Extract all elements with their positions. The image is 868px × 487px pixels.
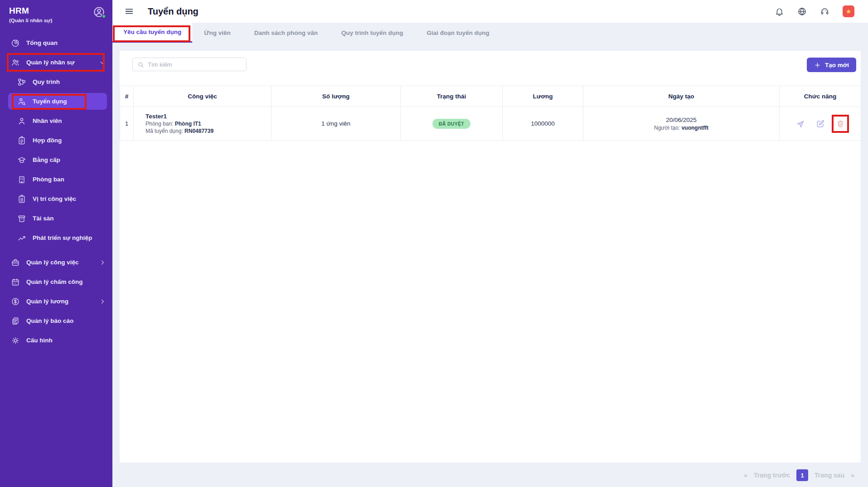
create-button[interactable]: Tạo mới: [807, 58, 856, 72]
sidebar-item-label: Phòng ban: [33, 176, 64, 183]
sidebar-item-label: Tổng quan: [26, 39, 58, 46]
search-box: [132, 58, 247, 71]
sidebar-item-label: Nhân viên: [33, 117, 62, 124]
chevron-right-icon: [99, 259, 106, 266]
prev-page-arrow[interactable]: «: [744, 472, 747, 479]
support-icon[interactable]: [820, 7, 829, 16]
plus-icon: [814, 62, 821, 68]
edit-icon[interactable]: [816, 119, 825, 128]
person-icon: [17, 117, 26, 126]
next-page-arrow[interactable]: »: [851, 472, 854, 479]
clipboard-icon: [17, 195, 26, 204]
topbar: Tuyển dụng ★: [112, 0, 868, 23]
creator-label: Người tạo:: [654, 125, 680, 131]
tab-quy-trinh-tuyen-dung[interactable]: Quy trình tuyển dụng: [330, 23, 415, 43]
quantity-cell: 1 ứng viên: [272, 107, 401, 141]
trash-icon[interactable]: [836, 119, 845, 128]
chevron-down-icon: [99, 59, 106, 66]
sidebar-item-bang-cap[interactable]: Bằng cấp: [0, 150, 112, 170]
department-value: Phòng IT1: [175, 121, 201, 127]
current-page-button[interactable]: 1: [796, 469, 808, 481]
create-button-label: Tạo mới: [825, 62, 849, 68]
sidebar-item-phong-ban[interactable]: Phòng ban: [0, 170, 112, 189]
sidebar-item-label: Quản lý nhân sự: [26, 59, 75, 66]
creator: Người tạo: vuongntfft: [583, 125, 779, 131]
bell-icon[interactable]: [775, 7, 784, 16]
sidebar-item-label: Vị trí công việc: [33, 195, 76, 202]
sidebar-item-quan-ly-cham-cong[interactable]: Quản lý chấm công: [0, 272, 112, 292]
next-page-button[interactable]: Trang sau: [815, 472, 844, 479]
tab-label: Giai đoạn tuyển dụng: [427, 29, 490, 36]
tab-danh-sach-phong-van[interactable]: Danh sách phỏng vấn: [242, 23, 330, 43]
sidebar-item-label: Cấu hình: [26, 337, 53, 344]
sidebar-item-hop-dong[interactable]: Hợp đồng: [0, 131, 112, 150]
sidebar-item-quan-ly-bao-cao[interactable]: Quản lý báo cáo: [0, 311, 112, 331]
user-avatar-icon[interactable]: [93, 6, 105, 18]
globe-icon[interactable]: [797, 7, 807, 16]
column-header-chuc-nang: Chức năng: [780, 86, 861, 107]
sidebar-item-quan-ly-luong[interactable]: Quản lý lương: [0, 292, 112, 311]
sidebar-item-label: Tài sản: [33, 215, 54, 222]
status-cell: ĐÃ DUYỆT: [401, 107, 503, 141]
report-icon: [11, 317, 20, 326]
person-search-icon: [17, 97, 26, 106]
send-icon[interactable]: [796, 119, 805, 128]
code-label: Mã tuyển dụng:: [145, 128, 183, 134]
calendar-icon: [11, 278, 20, 287]
sidebar-item-tong-quan[interactable]: Tổng quan: [0, 33, 112, 53]
pagination: « Trang trước 1 Trang sau »: [112, 469, 854, 481]
job-title: Tester1: [145, 113, 271, 120]
tab-giai-doan-tuyen-dung[interactable]: Giai đoạn tuyển dụng: [415, 23, 501, 43]
hrm-app: HRM (Quản lí nhân sự) Tổng quan Quản lý …: [0, 0, 868, 487]
sidebar-item-label: Bằng cấp: [33, 156, 60, 163]
tab-bar: Yêu cầu tuyển dụng Ứng viên Danh sách ph…: [112, 23, 868, 43]
brand: HRM (Quản lí nhân sự): [0, 0, 112, 28]
vietnam-flag-icon[interactable]: ★: [843, 5, 854, 17]
graduation-cap-icon: [17, 156, 26, 165]
sidebar-item-label: Quản lý báo cáo: [26, 317, 73, 324]
column-header-so-luong: Số lượng: [272, 86, 401, 107]
contract-icon: [17, 136, 26, 145]
workflow-icon: [17, 78, 26, 87]
sidebar-item-quan-ly-cong-viec[interactable]: Quản lý công việc: [0, 253, 112, 272]
table-row: 1 Tester1 Phòng ban: Phòng IT1 Mã tuyển …: [120, 107, 861, 141]
search-icon: [137, 61, 144, 68]
sidebar-item-label: Quản lý công việc: [26, 259, 79, 266]
building-icon: [17, 175, 26, 184]
status-badge: ĐÃ DUYỆT: [432, 119, 470, 129]
content-area: Tạo mới # Công việc Số lượng Trạng thái …: [112, 51, 868, 487]
sidebar-item-quan-ly-nhan-su[interactable]: Quản lý nhân sự: [0, 53, 112, 72]
online-status-dot: [102, 14, 106, 19]
code-value: RN0487739: [184, 128, 213, 134]
column-header-ngay-tao: Ngày tạo: [583, 86, 780, 107]
hamburger-menu-icon[interactable]: [124, 6, 134, 16]
row-index: 1: [120, 107, 134, 141]
tab-ung-vien[interactable]: Ứng viên: [192, 23, 242, 43]
sidebar-item-label: Hợp đồng: [33, 137, 62, 144]
topbar-icons: ★: [775, 5, 854, 17]
sidebar-item-quy-trinh[interactable]: Quy trình: [0, 72, 112, 92]
creator-value: vuongntfft: [682, 125, 708, 131]
prev-page-button[interactable]: Trang trước: [754, 472, 790, 479]
tab-label: Danh sách phỏng vấn: [254, 29, 318, 36]
column-header-cong-viec: Công việc: [134, 86, 272, 107]
trend-up-icon: [17, 234, 26, 243]
search-input[interactable]: [148, 61, 242, 68]
recruitment-requests-table: # Công việc Số lượng Trạng thái Lương Ng…: [120, 86, 861, 141]
sidebar-item-vi-tri-cong-viec[interactable]: Vị trí công việc: [0, 189, 112, 209]
archive-box-icon: [17, 214, 26, 223]
sidebar-item-tai-san[interactable]: Tài sản: [0, 209, 112, 228]
content-card: Tạo mới # Công việc Số lượng Trạng thái …: [120, 51, 861, 463]
sidebar-item-cau-hinh[interactable]: Cấu hình: [0, 331, 112, 350]
job-department: Phòng ban: Phòng IT1: [145, 121, 271, 127]
chevron-right-icon: [99, 298, 106, 305]
dollar-icon: [11, 297, 20, 306]
job-code: Mã tuyển dụng: RN0487739: [145, 128, 271, 134]
main-area: Tuyển dụng ★ Yêu cầu tuyển dụng Ứng viên…: [112, 0, 868, 487]
sidebar-item-nhan-vien[interactable]: Nhân viên: [0, 111, 112, 131]
sidebar-item-tuyen-dung[interactable]: Tuyển dụng: [0, 92, 112, 111]
gear-icon: [11, 336, 20, 345]
created-date: 20/06/2025: [583, 117, 779, 123]
sidebar-item-phat-trien-su-nghiep[interactable]: Phát triển sự nghiệp: [0, 228, 112, 248]
tab-yeu-cau-tuyen-dung[interactable]: Yêu cầu tuyển dụng: [112, 23, 192, 43]
